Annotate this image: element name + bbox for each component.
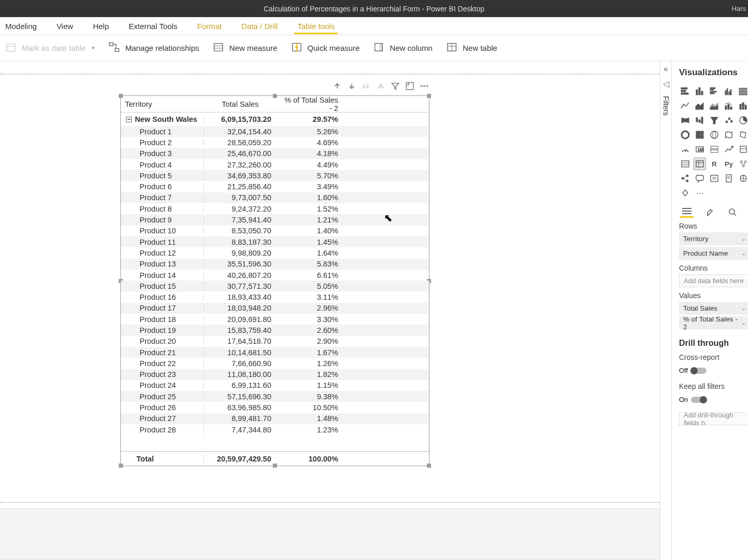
table-row[interactable]: Product 118,83,187.301.45% [121, 236, 429, 247]
paginated-report-icon[interactable] [723, 172, 735, 185]
key-influencers-icon[interactable] [737, 158, 748, 170]
table-row[interactable]: Product 129,98,809.201.64% [121, 247, 429, 258]
table-row[interactable]: Product 2663,96,985.8010.50% [121, 402, 429, 413]
matrix-viz-icon[interactable] [694, 158, 706, 170]
funnel-icon[interactable] [708, 114, 721, 127]
drill-up-icon[interactable] [333, 81, 342, 91]
col-pct[interactable]: % of Total Sales - 2 [276, 96, 347, 113]
smart-narrative-icon[interactable] [708, 172, 721, 185]
table-viz-icon[interactable] [679, 158, 691, 170]
table-row[interactable]: Product 2311,08,180.001.82% [121, 369, 429, 380]
decomposition-tree-icon[interactable] [679, 172, 691, 185]
qa-visual-icon[interactable] [694, 172, 706, 185]
bookmark-icon[interactable]: ◁ [663, 79, 669, 89]
cmd-manage-relationships[interactable]: Manage relationships [108, 41, 199, 54]
table-row[interactable]: Product 325,46,670.004.18% [121, 148, 429, 159]
table-row[interactable]: Product 1718,03,948.202.96% [121, 303, 429, 314]
clustered-bar-icon[interactable] [708, 85, 721, 97]
more-options-icon[interactable] [420, 81, 429, 91]
keep-all-filters-toggle[interactable]: On [679, 396, 707, 403]
donut-icon[interactable] [679, 129, 691, 141]
power-apps-icon[interactable] [679, 187, 691, 199]
line-column-stacked-icon[interactable] [737, 100, 748, 112]
focus-mode-icon[interactable] [405, 81, 414, 91]
expand-all-icon[interactable] [362, 81, 371, 91]
table-row[interactable]: Product 89,24,372.201.52% [121, 203, 429, 214]
more-visuals-icon[interactable]: ⋯ [694, 187, 706, 199]
rows-field-product-name[interactable]: Product Name⌄ [679, 247, 748, 260]
table-row[interactable]: Product 1440,26,807.206.61% [121, 270, 429, 281]
col-territory[interactable]: Territory [121, 100, 204, 108]
gauge-icon[interactable] [679, 143, 691, 156]
stacked-column-icon[interactable] [694, 85, 706, 97]
matrix-header-row[interactable]: Territory Total Sales % of Total Sales -… [121, 96, 429, 113]
table-row[interactable]: Product 132,04,154.405.26% [121, 126, 429, 137]
analytics-well-tab[interactable] [726, 206, 739, 218]
chevron-down-icon[interactable]: ⌄ [741, 305, 746, 312]
scatter-icon[interactable] [723, 114, 735, 127]
area-chart-icon[interactable] [694, 100, 706, 112]
card-icon[interactable]: 123 [694, 143, 706, 156]
collapse-icon[interactable]: − [126, 117, 132, 122]
values-field-pct[interactable]: % of Total Sales - 2⌄ [679, 316, 748, 329]
map-icon[interactable] [708, 129, 721, 141]
clustered-column-icon[interactable] [723, 85, 735, 97]
tab-data-drill[interactable]: Data / Drill [238, 19, 281, 34]
table-row[interactable]: Product 2557,15,696.309.38% [121, 391, 429, 402]
cross-report-toggle[interactable]: Off [679, 367, 707, 374]
ribbon-chart-icon[interactable] [679, 114, 691, 127]
line-chart-icon[interactable] [679, 100, 691, 112]
col-total-sales[interactable]: Total Sales [204, 100, 276, 108]
r-visual-icon[interactable]: R [708, 158, 721, 170]
table-row[interactable]: Product 1915,83,759.402.60% [121, 325, 429, 335]
cmd-new-measure[interactable]: New measure [213, 41, 278, 54]
table-row[interactable]: Product 227,66,660.901.26% [121, 358, 429, 369]
table-row[interactable]: Product 1335,51,596.305.83% [121, 259, 429, 270]
table-row[interactable]: Product 287,47,344.801.23% [121, 424, 429, 435]
matrix-body[interactable]: −New South Wales6,09,15,703.2029.57%Prod… [121, 113, 429, 451]
expand-left-icon[interactable]: « [663, 64, 668, 74]
table-row[interactable]: Product 79,73,007.501.60% [121, 192, 429, 203]
filled-map-icon[interactable] [723, 129, 735, 141]
columns-placeholder[interactable]: Add data fields here [679, 274, 748, 287]
cmd-new-column[interactable]: New column [373, 41, 433, 54]
table-row[interactable]: Product 108,53,050.701.40% [121, 226, 429, 236]
rows-field-territory[interactable]: Territory⌄ [679, 232, 748, 245]
tab-modeling[interactable]: Modeling [2, 19, 40, 34]
table-row[interactable]: Product 278,99,481.701.48% [121, 413, 429, 424]
chevron-down-icon[interactable]: ⌄ [741, 235, 746, 242]
pie-icon[interactable] [737, 114, 748, 127]
stacked-bar-icon[interactable] [679, 85, 691, 97]
table-row[interactable]: Product 2110,14,681.501.67% [121, 347, 429, 358]
table-row[interactable]: Product 621,25,856.403.49% [121, 181, 429, 192]
table-row[interactable]: Product 228,58,059.204.69% [121, 137, 429, 148]
table-row[interactable]: Product 1530,77,571.305.05% [121, 281, 429, 291]
matrix-visual[interactable]: Territory Total Sales % of Total Sales -… [120, 95, 430, 466]
drill-through-placeholder[interactable]: Add drill-through fields h [679, 412, 748, 425]
format-well-tab[interactable] [703, 206, 716, 218]
filter-icon[interactable] [391, 81, 400, 91]
table-row[interactable]: Product 534,69,353.805.70% [121, 170, 429, 181]
cmd-quick-measure[interactable]: Quick measure [291, 41, 360, 54]
line-column-icon[interactable] [723, 100, 735, 112]
cmd-mark-as-date-table[interactable]: Mark as date table ▾ [5, 41, 95, 54]
matrix-group-row[interactable]: −New South Wales6,09,15,703.2029.57% [121, 113, 429, 126]
table-row[interactable]: Product 427,32,260.004.49% [121, 159, 429, 170]
table-row[interactable]: Product 1820,09,691.803.30% [121, 314, 429, 325]
filters-pane-collapsed[interactable]: « ◁ Filters [660, 61, 671, 560]
tab-help[interactable]: Help [90, 19, 112, 34]
multi-row-card-icon[interactable] [708, 143, 721, 156]
waterfall-icon[interactable] [694, 114, 706, 127]
stacked-area-icon[interactable] [708, 100, 721, 112]
fields-well-tab[interactable] [680, 206, 694, 218]
values-field-total-sales[interactable]: Total Sales⌄ [679, 302, 748, 315]
drill-down-icon[interactable] [347, 81, 356, 91]
tab-table-tools[interactable]: Table tools [294, 19, 338, 34]
table-row[interactable]: Product 1618,93,433.403.11% [121, 291, 429, 302]
hundred-stacked-bar-icon[interactable] [737, 85, 748, 97]
chevron-down-icon[interactable]: ⌄ [741, 250, 746, 257]
expand-next-icon[interactable] [376, 81, 385, 91]
tab-format[interactable]: Format [194, 19, 225, 34]
slicer-icon[interactable] [737, 143, 748, 156]
treemap-icon[interactable] [694, 129, 706, 141]
